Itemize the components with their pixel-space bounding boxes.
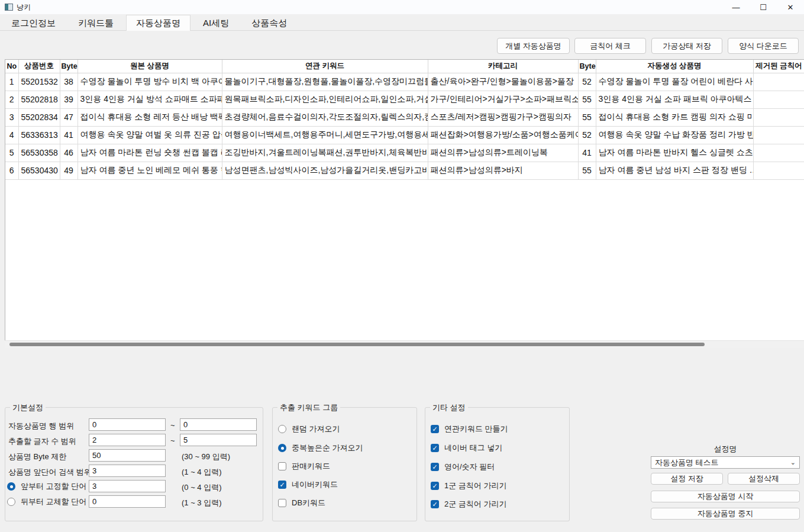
eng-num-filter-checkbox[interactable]: ✓ — [431, 463, 439, 471]
table-row[interactable]: 5 56530358 46 남자 여름 마라톤 런닝 숏챙 썬캡 볼캡 러… 조… — [5, 144, 804, 162]
cell-keywords[interactable]: 조깅반바지,겨울트레이닝복패션,권투반바지,체육복반바지,기… — [222, 144, 428, 162]
cell-no[interactable]: 6 — [5, 162, 18, 179]
replace-back-input[interactable] — [89, 495, 166, 508]
cell-keywords[interactable]: 초경량체어,음료수걸이의자,각도조절의자,릴렉스의자,캠핑침… — [222, 108, 428, 126]
naver-keyword-checkbox[interactable]: ✓ — [278, 481, 286, 489]
fix-front-radio[interactable] — [7, 482, 15, 491]
table-row[interactable]: 3 55202834 47 접이식 휴대용 소형 레저 등산 배낭 백팩 … 초… — [5, 108, 804, 126]
cell-product-no[interactable]: 55202834 — [18, 108, 60, 126]
cell-byte[interactable]: 39 — [60, 91, 78, 108]
horizontal-scrollbar[interactable] — [5, 340, 804, 348]
cell-category[interactable]: 가구/인테리어>거실가구>소파>패브릭소파 — [428, 91, 578, 108]
tab-login-info[interactable]: 로그인정보 — [1, 16, 66, 30]
cell-byte2[interactable]: 52 — [578, 126, 596, 144]
minimize-button[interactable]: — — [722, 0, 750, 14]
cell-byte[interactable]: 46 — [60, 144, 78, 162]
tab-product-attr[interactable]: 상품속성 — [241, 16, 297, 30]
forbidden2-checkbox[interactable]: ✓ — [431, 500, 439, 508]
forbidden1-checkbox[interactable]: ✓ — [431, 482, 439, 490]
cell-product-no[interactable]: 55202818 — [18, 91, 60, 108]
cell-removed[interactable] — [753, 108, 804, 126]
tab-ai-setting[interactable]: AI세팅 — [193, 16, 239, 30]
cell-byte2[interactable]: 52 — [578, 73, 596, 91]
cell-original-name[interactable]: 남자 여름 중년 노인 베레모 메쉬 통풍 헌… — [78, 162, 222, 179]
cell-keywords[interactable]: 물놀이기구,대형풀장,원형풀,물놀이풀장,수영장미끄럼틀,아… — [222, 73, 428, 91]
close-button[interactable]: ✕ — [777, 0, 804, 14]
table-row[interactable]: 4 56336313 41 여행용 속옷 양말 여벌 옷 의류 진공 압축팩 여… — [5, 126, 804, 144]
preset-select[interactable]: 자동상품명 테스트 ⌄ — [651, 456, 800, 469]
save-preset-button[interactable]: 설정 저장 — [651, 473, 723, 485]
auto-name-start-button[interactable]: 자동상품명 시작 — [651, 491, 800, 502]
row-range-to-input[interactable] — [180, 418, 257, 431]
cell-original-name[interactable]: 접이식 휴대용 소형 레저 등산 배낭 백팩 … — [78, 108, 222, 126]
tab-keyword-tool[interactable]: 키워드툴 — [68, 16, 124, 30]
delete-preset-button[interactable]: 설정삭제 — [728, 473, 800, 485]
cell-original-name[interactable]: 남자 여름 마라톤 런닝 숏챙 썬캡 볼캡 러… — [78, 144, 222, 162]
cell-keywords[interactable]: 원목패브릭소파,디자인소파,인테리어쇼파,일인소파,거실소파… — [222, 91, 428, 108]
cell-byte2[interactable]: 55 — [578, 108, 596, 126]
naver-tag-checkbox[interactable]: ✓ — [431, 444, 439, 452]
cell-product-no[interactable]: 56336313 — [18, 126, 60, 144]
cell-no[interactable]: 1 — [5, 73, 18, 91]
cell-byte2[interactable]: 41 — [578, 144, 596, 162]
cell-category[interactable]: 패션의류>남성의류>트레이닝복 — [428, 144, 578, 162]
table-row[interactable]: 2 55202818 39 3인용 4인용 거실 방석 쇼파매트 소파패드 원목… — [5, 91, 804, 108]
cell-no[interactable]: 5 — [5, 144, 18, 162]
cell-generated-name[interactable]: 남자 여름 중년 남성 바지 스판 정장 밴딩 … — [596, 162, 753, 179]
cell-original-name-selected[interactable]: 수영장 물놀이 투명 방수 비치 백 아쿠아 — [78, 73, 222, 91]
cell-removed[interactable] — [753, 91, 804, 108]
col-header-byte[interactable]: Byte — [60, 60, 78, 73]
cell-category[interactable]: 패션잡화>여행용가방/소품>여행소품케이스 — [428, 126, 578, 144]
cell-keywords[interactable]: 여행용이너백세트,여행용주머니,세면도구가방,여행용세면파… — [222, 126, 428, 144]
row-range-from-input[interactable] — [89, 418, 166, 431]
cell-removed[interactable] — [753, 144, 804, 162]
dup-high-fetch-radio[interactable] — [278, 444, 286, 452]
cell-generated-name[interactable]: 여행용 속옷 양말 수납 화장품 정리 가방 반투… — [596, 126, 753, 144]
cell-byte2[interactable]: 55 — [578, 91, 596, 108]
cell-no[interactable]: 4 — [5, 126, 18, 144]
scrollbar-thumb[interactable] — [9, 343, 705, 346]
cell-byte[interactable]: 41 — [60, 126, 78, 144]
col-header-removed[interactable]: 제거된 금칙어 — [753, 60, 804, 73]
cell-byte[interactable]: 47 — [60, 108, 78, 126]
col-header-original-name[interactable]: 원본 상품명 — [78, 60, 222, 73]
col-header-generated-name[interactable]: 자동생성 상품명 — [596, 60, 753, 73]
related-keyword-checkbox[interactable]: ✓ — [431, 425, 439, 433]
db-keyword-checkbox[interactable] — [278, 499, 286, 507]
cell-product-no[interactable]: 55201532 — [18, 73, 60, 91]
col-header-category[interactable]: 카테고리 — [428, 60, 578, 73]
cell-byte[interactable]: 49 — [60, 162, 78, 179]
table-row[interactable]: 6 56530430 49 남자 여름 중년 노인 베레모 메쉬 통풍 헌… 남… — [5, 162, 804, 179]
char-range-to-input[interactable] — [180, 434, 257, 446]
fix-front-input[interactable] — [89, 480, 166, 492]
individual-auto-name-button[interactable]: 개별 자동상품명 — [497, 38, 570, 54]
cell-category[interactable]: 스포츠/레저>캠핑>캠핑가구>캠핑의자 — [428, 108, 578, 126]
cell-category[interactable]: 출산/육아>완구/인형>물놀이용품>풀장 — [428, 73, 578, 91]
char-range-from-input[interactable] — [89, 434, 166, 446]
cell-generated-name[interactable]: 접이식 휴대용 소형 카트 캠핑 의자 쇼핑 미니… — [596, 108, 753, 126]
byte-limit-input[interactable] — [89, 449, 166, 462]
col-header-byte2[interactable]: Byte — [578, 60, 596, 73]
cell-no[interactable]: 2 — [5, 91, 18, 108]
maximize-button[interactable]: ☐ — [750, 0, 777, 14]
cell-original-name[interactable]: 여행용 속옷 양말 여벌 옷 의류 진공 압축팩 — [78, 126, 222, 144]
col-header-product-no[interactable]: 상품번호 — [18, 60, 60, 73]
cell-category[interactable]: 패션의류>남성의류>바지 — [428, 162, 578, 179]
cell-original-name[interactable]: 3인용 4인용 거실 방석 쇼파매트 소파패드 — [78, 91, 222, 108]
replace-back-radio[interactable] — [7, 498, 15, 506]
cell-product-no[interactable]: 56530358 — [18, 144, 60, 162]
front-search-input[interactable] — [89, 465, 166, 477]
cell-removed[interactable] — [753, 162, 804, 179]
col-header-no[interactable]: No — [5, 60, 18, 73]
cell-keywords[interactable]: 남성면팬츠,남성빅사이즈,남성가을길거리옷,밴딩카고바지,면… — [222, 162, 428, 179]
cell-generated-name[interactable]: 남자 여름 마라톤 반바지 헬스 싱글렛 쇼츠 — [596, 144, 753, 162]
cell-generated-name[interactable]: 수영장 물놀이 투명 풀장 어린이 베란다 사각 … — [596, 73, 753, 91]
download-form-button[interactable]: 양식 다운로드 — [728, 38, 799, 54]
sale-keyword-checkbox[interactable] — [278, 462, 286, 470]
cell-removed[interactable] — [753, 126, 804, 144]
cell-removed[interactable] — [753, 73, 804, 91]
cell-no[interactable]: 3 — [5, 108, 18, 126]
auto-name-stop-button[interactable]: 자동상품명 중지 — [651, 508, 800, 520]
forbidden-word-check-button[interactable]: 금칙어 체크 — [574, 38, 646, 54]
random-fetch-radio[interactable] — [278, 425, 286, 433]
